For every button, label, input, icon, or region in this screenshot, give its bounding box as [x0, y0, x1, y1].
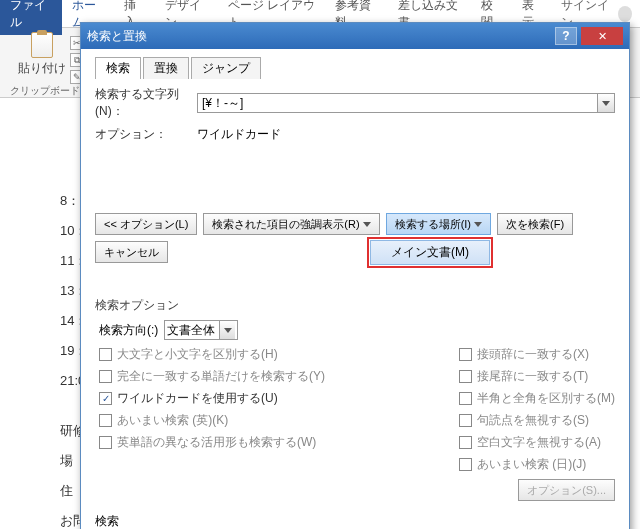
option-value: ワイルドカード	[197, 126, 281, 143]
checkbox-label: 空白文字を無視する(A)	[477, 434, 601, 451]
checkbox-box	[99, 392, 112, 405]
checkbox-label: ワイルドカードを使用する(U)	[117, 390, 278, 407]
tab-replace[interactable]: 置換	[143, 57, 189, 79]
search-string-combo[interactable]	[197, 93, 615, 113]
tab-file[interactable]: ファイル	[0, 0, 62, 35]
find-replace-dialog: 検索と置換 ? ✕ 検索 置換 ジャンプ 検索する文字列(N)： オプション： …	[80, 22, 630, 529]
clipboard-icon	[31, 32, 53, 58]
paste-button[interactable]: 貼り付け	[18, 32, 66, 84]
checkbox-label: 接尾辞に一致する(T)	[477, 368, 588, 385]
checkbox-box	[99, 414, 112, 427]
jp-options-button: オプション(S)...	[518, 479, 615, 501]
tab-search[interactable]: 検索	[95, 57, 141, 79]
checkbox-label: 半角と全角を区別する(M)	[477, 390, 615, 407]
paste-label: 貼り付け	[18, 60, 66, 77]
option-label: オプション：	[95, 126, 191, 143]
checkbox-option: 空白文字を無視する(A)	[459, 434, 615, 451]
checkbox-option[interactable]: ワイルドカードを使用する(U)	[99, 390, 325, 407]
checkbox-box	[459, 414, 472, 427]
caret-down-icon	[224, 328, 232, 333]
cancel-button[interactable]: キャンセル	[95, 241, 168, 263]
checkbox-box	[99, 370, 112, 383]
checkbox-label: 英単語の異なる活用形も検索する(W)	[117, 434, 316, 451]
checkbox-option: あいまい検索 (英)(K)	[99, 412, 325, 429]
bottom-title: 検索	[95, 513, 615, 529]
checkbox-option: 接尾辞に一致する(T)	[459, 368, 615, 385]
help-button[interactable]: ?	[555, 27, 577, 45]
search-string-label: 検索する文字列(N)：	[95, 86, 191, 120]
caret-down-icon	[363, 222, 371, 227]
tab-jump[interactable]: ジャンプ	[191, 57, 261, 79]
close-button[interactable]: ✕	[581, 27, 623, 45]
highlight-button[interactable]: 検索された項目の強調表示(R)	[203, 213, 379, 235]
checkbox-label: 大文字と小文字を区別する(H)	[117, 346, 278, 363]
checkbox-label: 接頭辞に一致する(X)	[477, 346, 589, 363]
checkbox-box	[459, 348, 472, 361]
checkbox-option: 完全に一致する単語だけを検索する(Y)	[99, 368, 325, 385]
checkbox-label: あいまい検索 (日)(J)	[477, 456, 586, 473]
checkbox-box	[459, 436, 472, 449]
checkbox-label: 完全に一致する単語だけを検索する(Y)	[117, 368, 325, 385]
find-next-button[interactable]: 次を検索(F)	[497, 213, 573, 235]
clipboard-group-label: クリップボード	[10, 84, 80, 98]
combo-drop-icon[interactable]	[597, 93, 615, 113]
caret-down-icon	[602, 101, 610, 106]
checkbox-box	[459, 392, 472, 405]
checkbox-option: 半角と全角を区別する(M)	[459, 390, 615, 407]
direction-select[interactable]: 文書全体	[164, 320, 238, 340]
checkbox-option: 句読点を無視する(S)	[459, 412, 615, 429]
dropdown-item-main-doc[interactable]: メイン文書(M)	[370, 240, 490, 265]
less-options-button[interactable]: << オプション(L)	[95, 213, 197, 235]
direction-value: 文書全体	[167, 322, 215, 339]
dialog-title-text: 検索と置換	[87, 28, 147, 45]
search-string-input[interactable]	[197, 93, 597, 113]
checkbox-option: あいまい検索 (日)(J)	[459, 456, 615, 473]
checkbox-box	[459, 458, 472, 471]
checkbox-label: あいまい検索 (英)(K)	[117, 412, 228, 429]
checkbox-option: 英単語の異なる活用形も検索する(W)	[99, 434, 325, 451]
avatar-icon	[618, 6, 632, 22]
search-in-button[interactable]: 検索する場所(I)	[386, 213, 491, 235]
direction-label: 検索方向(:)	[99, 322, 158, 339]
dialog-titlebar[interactable]: 検索と置換 ? ✕	[81, 23, 629, 49]
caret-down-icon	[474, 222, 482, 227]
checkbox-box	[459, 370, 472, 383]
close-icon: ✕	[598, 30, 607, 43]
checkbox-option: 大文字と小文字を区別する(H)	[99, 346, 325, 363]
checkbox-label: 句読点を無視する(S)	[477, 412, 589, 429]
checkbox-option: 接頭辞に一致する(X)	[459, 346, 615, 363]
checkbox-box	[99, 436, 112, 449]
search-in-dropdown: メイン文書(M)	[367, 237, 493, 268]
checkbox-box	[99, 348, 112, 361]
search-options-title: 検索オプション	[95, 297, 615, 314]
